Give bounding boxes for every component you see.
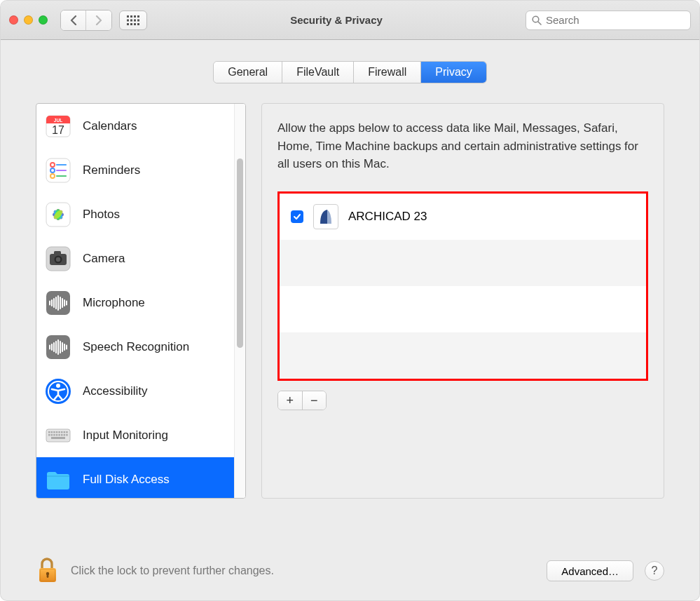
sidebar-item-label: Input Monitoring [83, 428, 168, 443]
add-button[interactable]: + [278, 391, 303, 410]
back-button[interactable] [61, 11, 86, 30]
sidebar-item-calendars[interactable]: JUL17Calendars [36, 104, 234, 148]
lock-hint-text: Click the lock to prevent further change… [71, 565, 535, 577]
chevron-left-icon [70, 15, 77, 25]
svg-text:17: 17 [52, 124, 64, 136]
sidebar-item-camera[interactable]: Camera [36, 236, 234, 281]
calendar-icon: JUL17 [43, 112, 73, 141]
tab-general[interactable]: General [214, 62, 282, 83]
footer: Click the lock to prevent further change… [1, 557, 699, 600]
titlebar: Security & Privacy [1, 1, 699, 40]
detail-pane: Allow the apps below to access data like… [261, 103, 664, 499]
detail-description: Allow the apps below to access data like… [277, 119, 648, 173]
sidebar-item-label: Microphone [83, 296, 145, 310]
svg-rect-68 [58, 431, 60, 433]
svg-rect-76 [58, 434, 60, 436]
sidebar-item-microphone[interactable]: Microphone [36, 281, 234, 325]
close-icon[interactable] [9, 15, 18, 25]
svg-rect-2 [134, 15, 136, 18]
svg-text:JUL: JUL [54, 118, 62, 123]
archicad-icon [313, 204, 338, 229]
sidebar-item-reminders[interactable]: Reminders [36, 148, 234, 192]
svg-rect-64 [48, 431, 50, 433]
tab-privacy[interactable]: Privacy [421, 62, 486, 83]
minimize-icon[interactable] [24, 15, 33, 25]
svg-rect-6 [134, 19, 136, 21]
forward-button[interactable] [86, 11, 111, 30]
checkbox[interactable] [291, 210, 303, 223]
svg-rect-37 [54, 251, 61, 255]
sidebar-item-label: Full Disk Access [83, 473, 170, 487]
svg-point-39 [56, 257, 60, 261]
scrollbar-thumb[interactable] [237, 158, 243, 348]
lock-icon[interactable] [36, 557, 60, 585]
svg-line-13 [538, 22, 541, 25]
svg-rect-72 [48, 434, 50, 436]
svg-point-62 [56, 384, 60, 388]
microphone-icon [43, 288, 73, 318]
reminders-icon [43, 156, 73, 185]
sidebar-scrollbar[interactable] [234, 104, 245, 498]
svg-rect-75 [56, 434, 58, 436]
search-icon [532, 15, 542, 25]
remove-button[interactable]: − [303, 391, 327, 410]
app-row[interactable]: ARCHICAD 23 [280, 194, 646, 240]
nav-back-forward [60, 10, 112, 31]
tab-firewall[interactable]: Firewall [354, 62, 421, 83]
svg-rect-80 [51, 437, 65, 439]
photos-icon [43, 200, 73, 229]
svg-rect-74 [53, 434, 55, 436]
check-icon [293, 212, 301, 221]
sidebar-item-label: Accessibility [83, 384, 148, 398]
traffic-lights [9, 15, 48, 25]
preferences-window: Security & Privacy GeneralFileVaultFirew… [0, 0, 700, 601]
svg-rect-9 [130, 23, 132, 25]
search-field[interactable] [526, 11, 691, 30]
svg-rect-4 [127, 19, 129, 21]
tab-filevault[interactable]: FileVault [282, 62, 354, 83]
app-name: ARCHICAD 23 [348, 210, 427, 224]
app-row-empty [280, 240, 646, 286]
svg-rect-3 [137, 15, 139, 18]
svg-rect-79 [66, 434, 68, 436]
panels: JUL17CalendarsRemindersPhotosCameraMicro… [36, 103, 664, 550]
svg-rect-69 [61, 431, 63, 433]
svg-rect-67 [56, 431, 58, 433]
sidebar-item-photos[interactable]: Photos [36, 192, 234, 236]
sidebar-item-label: Speech Recognition [83, 340, 189, 354]
svg-rect-78 [64, 434, 66, 436]
help-button[interactable]: ? [645, 561, 664, 581]
svg-rect-73 [51, 434, 53, 436]
sidebar-item-accessibility[interactable]: Accessibility [36, 369, 234, 413]
sidebar-item-input-monitoring[interactable]: Input Monitoring [36, 413, 234, 457]
advanced-button[interactable]: Advanced… [547, 560, 633, 581]
tab-bar: GeneralFileVaultFirewallPrivacy [36, 61, 664, 83]
accessibility-icon [43, 377, 73, 406]
sidebar-item-full-disk-access[interactable]: Full Disk Access [36, 457, 234, 499]
maximize-icon[interactable] [39, 15, 48, 25]
search-input[interactable] [546, 14, 685, 26]
sidebar-item-label: Calendars [83, 119, 137, 133]
svg-rect-84 [47, 574, 49, 578]
svg-rect-1 [130, 15, 132, 18]
window-title: Security & Privacy [154, 14, 519, 26]
privacy-sidebar: JUL17CalendarsRemindersPhotosCameraMicro… [36, 103, 246, 499]
svg-rect-8 [127, 23, 129, 25]
sidebar-item-speech-recognition[interactable]: Speech Recognition [36, 325, 234, 369]
add-remove-control: + − [277, 391, 327, 410]
grid-icon [127, 15, 139, 25]
content-area: GeneralFileVaultFirewallPrivacy JUL17Cal… [1, 40, 699, 557]
svg-rect-5 [130, 19, 132, 21]
svg-rect-11 [137, 23, 139, 25]
svg-rect-77 [61, 434, 63, 436]
speech-icon [43, 332, 73, 362]
svg-rect-66 [53, 431, 55, 433]
chevron-right-icon [95, 15, 102, 25]
app-row-empty [280, 286, 646, 332]
keyboard-icon [43, 421, 73, 450]
folder-icon [43, 465, 73, 494]
svg-rect-71 [66, 431, 68, 433]
show-all-button[interactable] [119, 11, 147, 30]
camera-icon [43, 244, 73, 274]
sidebar-item-label: Reminders [83, 163, 140, 177]
